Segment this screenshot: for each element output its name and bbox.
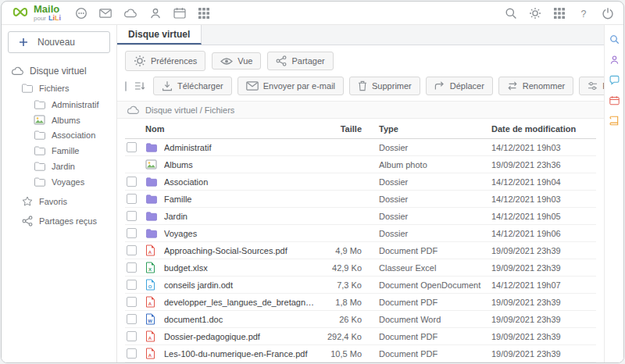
- table-row[interactable]: JardinDossier14/12/2021 19h05: [125, 208, 596, 225]
- column-header-nom[interactable]: Nom: [145, 124, 315, 134]
- sidebar-item-disque-virtuel[interactable]: Disque virtuel: [2, 62, 116, 80]
- table-row[interactable]: Oconseils jardin.odt7,3 KoDocument OpenD…: [125, 277, 596, 294]
- table-row[interactable]: ADossier-pedagogique.pdf292,4 KoDocument…: [125, 328, 596, 345]
- content: Nouveau Disque virtuel Fichiers Administ…: [2, 25, 623, 362]
- file-name[interactable]: Famille: [164, 194, 315, 204]
- tab-disque-virtuel[interactable]: Disque virtuel: [117, 25, 202, 45]
- file-name[interactable]: Jardin: [164, 212, 315, 221]
- logout-icon[interactable]: [602, 7, 614, 20]
- file-name[interactable]: developper_les_langues_de_bretagne.pdf: [164, 298, 315, 307]
- file-date: 19/09/2021 23h39: [487, 246, 596, 255]
- checkbox-cell: [125, 177, 145, 187]
- file-name[interactable]: budget.xlsx: [164, 263, 315, 273]
- row-checkbox[interactable]: [127, 280, 137, 290]
- table-row[interactable]: AdministratifDossier14/12/2021 19h03: [125, 139, 596, 156]
- sidebar-item-label: Administratif: [52, 100, 99, 109]
- folder-icon: [145, 228, 164, 239]
- row-checkbox[interactable]: [127, 262, 137, 273]
- file-type: Dossier: [362, 212, 487, 221]
- column-header-type[interactable]: Type: [362, 124, 487, 134]
- row-checkbox[interactable]: [127, 142, 137, 152]
- file-name[interactable]: Association: [164, 177, 315, 187]
- folder-icon: [33, 99, 46, 110]
- move-button[interactable]: Déplacer: [426, 77, 493, 95]
- table-row[interactable]: Xbudget.xlsx42,9 KoClasseur Excel19/09/2…: [125, 259, 596, 277]
- table-row[interactable]: AApproaching-Social-Sources.pdf4,9 MoDoc…: [125, 242, 596, 259]
- row-checkbox[interactable]: [127, 245, 137, 255]
- topbar-action-icons: ?: [505, 7, 614, 20]
- table-row[interactable]: AssociationDossier14/12/2021 19h04: [125, 173, 596, 191]
- cloud-icon: [11, 66, 24, 76]
- search-shortcut-icon[interactable]: [609, 34, 620, 45]
- contacts-icon[interactable]: [149, 7, 162, 20]
- calendar-shortcut-icon[interactable]: [609, 95, 620, 105]
- file-name[interactable]: Les-100-du-numerique-en-France.pdf: [164, 349, 315, 359]
- search-icon[interactable]: [505, 7, 517, 20]
- contacts-shortcut-icon[interactable]: [609, 55, 620, 65]
- rename-button[interactable]: Renommer: [498, 77, 573, 95]
- calendar-icon[interactable]: [173, 7, 186, 19]
- row-checkbox[interactable]: [127, 331, 137, 341]
- sidebar-item-administratif[interactable]: Administratif: [2, 97, 116, 112]
- file-name[interactable]: Dossier-pedagogique.pdf: [164, 332, 315, 341]
- column-header-date-de-modification[interactable]: Date de modification: [487, 124, 596, 134]
- column-header-taille[interactable]: Taille: [315, 124, 362, 134]
- row-checkbox[interactable]: [127, 228, 137, 238]
- file-name[interactable]: conseils jardin.odt: [164, 280, 315, 290]
- organizer-icon[interactable]: [75, 7, 88, 20]
- mail-icon[interactable]: [99, 9, 112, 18]
- table-row[interactable]: Wdocument1.doc26 KoDocument Word19/09/20…: [125, 311, 596, 328]
- sidebar-item-fichiers[interactable]: Fichiers: [2, 80, 116, 97]
- new-button[interactable]: Nouveau: [8, 31, 110, 53]
- file-name[interactable]: Albums: [164, 160, 315, 170]
- help-icon[interactable]: ?: [577, 7, 590, 20]
- file-name[interactable]: Voyages: [164, 229, 315, 238]
- delete-button[interactable]: Supprimer: [349, 77, 420, 95]
- file-size: 292,4 Ko: [315, 332, 362, 341]
- sidebar-item-favoris[interactable]: Favoris: [2, 193, 116, 209]
- table-row[interactable]: ALes-100-du-numerique-en-France.pdf10,5 …: [125, 345, 596, 362]
- main-panel: Disque virtuel PréférencesVuePartager Té…: [117, 25, 604, 362]
- row-checkbox[interactable]: [127, 211, 137, 221]
- file-name[interactable]: document1.doc: [164, 315, 315, 324]
- row-checkbox[interactable]: [127, 177, 137, 187]
- table-row[interactable]: AlbumsAlbum photo19/09/2021 23h36: [125, 156, 596, 173]
- send-email-button[interactable]: Envoyer par e-mail: [238, 77, 344, 95]
- folder-icon: [145, 194, 164, 205]
- table-row[interactable]: Adevelopper_les_langues_de_bretagne.pdf1…: [125, 294, 596, 311]
- checkbox-cell: [125, 297, 145, 307]
- apps-icon[interactable]: [553, 7, 566, 20]
- breadcrumb[interactable]: Disque virtuel / Fichiers: [117, 101, 604, 119]
- table-row[interactable]: VoyagesDossier14/12/2021 19h06: [125, 225, 596, 242]
- select-all-checkbox[interactable]: [125, 81, 127, 91]
- pdf-icon: A: [145, 348, 164, 359]
- settings-icon[interactable]: [529, 7, 541, 20]
- logo-partner: LiLi: [48, 15, 61, 22]
- share-button[interactable]: Partager: [267, 52, 333, 70]
- sort-icon[interactable]: [134, 81, 145, 91]
- folder-icon: [145, 177, 164, 187]
- row-checkbox[interactable]: [127, 314, 137, 324]
- download-button[interactable]: Télécharger: [153, 77, 232, 95]
- properties-button[interactable]: Propriétés: [579, 77, 604, 95]
- cloud-icon[interactable]: [123, 9, 138, 18]
- mailo-logo[interactable]: Mailo pour LiLi: [11, 4, 61, 22]
- sidebar-item-famille[interactable]: Famille: [2, 143, 116, 159]
- table-row[interactable]: FamilleDossier14/12/2021 19h03: [125, 191, 596, 208]
- row-checkbox[interactable]: [127, 348, 137, 359]
- chat-shortcut-icon[interactable]: [609, 75, 620, 85]
- sidebar-item-partages-recus[interactable]: Partages reçus: [2, 212, 116, 230]
- file-name[interactable]: Approaching-Social-Sources.pdf: [164, 246, 315, 255]
- sidebar-item-jardin[interactable]: Jardin: [2, 159, 116, 174]
- checkbox-cell: [125, 331, 145, 341]
- sidebar-item-association[interactable]: Association: [2, 127, 116, 143]
- sidebar-item-albums[interactable]: Albums: [2, 112, 116, 127]
- preferences-button[interactable]: Préférences: [125, 51, 205, 71]
- apps-grid-icon[interactable]: [198, 7, 210, 20]
- sidebar-item-voyages[interactable]: Voyages: [2, 174, 116, 190]
- view-button[interactable]: Vue: [212, 52, 261, 70]
- row-checkbox[interactable]: [127, 297, 137, 307]
- notes-shortcut-icon[interactable]: [609, 116, 620, 126]
- file-name[interactable]: Administratif: [164, 143, 315, 152]
- row-checkbox[interactable]: [127, 194, 137, 204]
